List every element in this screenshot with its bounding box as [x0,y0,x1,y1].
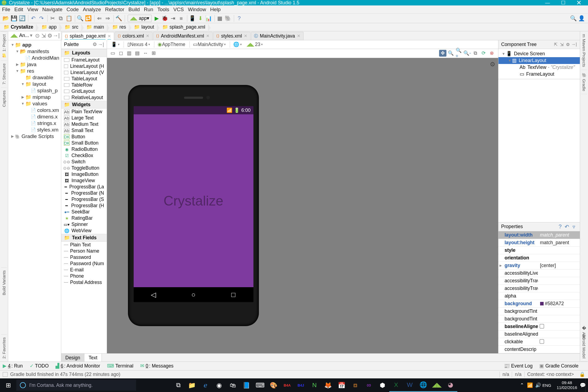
gear-icon[interactable]: ⚙ [92,42,98,47]
editor-tab[interactable]: ⟨⟩styles.xml✕ [213,32,250,40]
right-tab-android-model[interactable]: �安Android Model [581,323,587,362]
visual-studio-icon[interactable]: ∞ [362,378,376,392]
palette-item[interactable]: AbPlain TextView [61,109,107,115]
project-tree-node[interactable]: ▼📁app [8,42,61,48]
paste-icon[interactable]: 📋 [65,14,73,22]
left-tab-2-favorites[interactable]: 2: Favorites [1,334,7,361]
scroll-to-source-icon[interactable]: ⊙ [35,32,41,39]
app-preview-body[interactable]: Crystalize [134,114,253,287]
project-tree-node[interactable]: 📄splash_p [8,87,61,94]
run-button-icon[interactable] [153,14,161,22]
user-icon[interactable]: 👤 [578,14,586,22]
project-tree-node[interactable]: ▼📁res [8,68,61,74]
window-maximize-button[interactable]: ☐ [555,0,571,5]
android-studio-icon[interactable]: ◢◣ [430,378,444,392]
menu-vcs[interactable]: VCS [173,7,184,13]
property-row[interactable]: background#582A72 [498,300,580,308]
palette-group-header[interactable]: 📁Text Fields [61,234,107,242]
palette-item[interactable]: ★RatingBar [61,215,107,221]
both-mode-icon[interactable]: ↔ [142,50,149,57]
design-tab-text[interactable]: Text [84,354,102,362]
palette-item[interactable]: LinearLayout (H [61,63,107,69]
locale-selector[interactable]: 🌐▾ [231,41,244,48]
nav-home-icon[interactable]: ○ [190,292,196,298]
gear-icon[interactable]: ⚙ [47,32,53,39]
window-minimize-button[interactable]: — [540,0,556,5]
breadcrumb-item[interactable]: 📁splash_page.xml [160,24,208,30]
palette-item[interactable]: FrameLayout [61,57,107,63]
constraints-icon[interactable]: ⊞ [150,50,158,57]
menu-navigate[interactable]: Navigate [42,7,62,13]
menu-build[interactable]: Build [128,7,140,13]
component-tree-node[interactable]: ▼📱Device Screen [498,50,580,57]
device-screen[interactable]: 📶 🔋 6:00 Crystalize ◁ ○ □ [134,106,253,302]
preview-options-icon[interactable]: ⊗ [488,50,496,57]
menu-window[interactable]: Window [188,7,206,13]
property-row[interactable]: clickable [498,338,580,346]
project-tree-node[interactable]: ▶📁mipmap [8,94,61,100]
editor-tab[interactable]: ⟨⟩AndroidManifest.xml✕ [153,32,213,40]
file-explorer-icon[interactable]: 📁 [185,378,199,392]
property-row[interactable]: accessibilityTrav [498,285,580,292]
menu-tools[interactable]: Tools [157,7,169,13]
steam-icon[interactable]: ◉ [212,378,226,392]
property-row[interactable]: ▶gravity[center] [498,262,580,270]
close-icon[interactable]: ✕ [146,33,149,38]
property-row[interactable]: baselineAligned [498,330,580,338]
back-icon[interactable]: ⇐ [96,14,103,22]
menu-file[interactable]: File [2,7,10,13]
property-row[interactable]: baselineAligne [498,323,580,330]
palette-item[interactable]: 🌐WebView [61,228,107,234]
breadcrumb-item[interactable]: 📁main [84,24,107,30]
project-tree-node[interactable]: 📄dimens.x [8,114,61,120]
menu-view[interactable]: View [27,7,38,13]
palette-item[interactable]: Postal Address [61,279,107,286]
make-icon[interactable]: 🔨 [115,14,123,22]
run-configuration-selector[interactable]: ◢◣ app [128,15,152,22]
property-row[interactable]: style [498,247,580,254]
replace-icon[interactable]: 🔁 [85,14,92,22]
bottom-tab-messages[interactable]: ✉0: Messages [140,363,173,369]
palette-item[interactable]: ◉RadioButton [61,146,107,152]
debug-button-icon[interactable]: 🐞 [161,14,169,22]
right-tab-gradle[interactable]: 🐘Gradle [581,70,587,94]
palette-group-header[interactable]: 📁Widgets [61,101,107,109]
palette-item[interactable]: AbMedium Text [61,121,107,127]
palette-group-header[interactable]: 📁Layouts [61,49,107,57]
sync-gradle-icon[interactable]: 🐘 [224,14,232,22]
bottom-tab-todo[interactable]: ✓TODO [30,363,49,369]
menu-run[interactable]: Run [144,7,153,13]
component-tree[interactable]: ▼📱Device Screen▼▥LinearLayoutAbTextView-… [498,49,580,79]
property-row[interactable]: accessibilityTrav [498,277,580,285]
property-row[interactable]: orientation [498,254,580,262]
design-tab-design[interactable]: Design [61,354,84,362]
collapse-all-icon[interactable]: ⇲ [559,42,565,47]
paint-icon[interactable]: 🎨 [267,378,280,392]
tool-window-toggle-icon[interactable] [3,372,8,377]
undo-icon[interactable]: ↶ [30,14,37,22]
show-desktop-button[interactable] [585,378,588,392]
gimp-icon[interactable]: 🦊 [321,378,335,392]
close-icon[interactable]: ✕ [297,33,301,38]
project-structure-icon[interactable]: ▦ [216,14,224,22]
editor-tab[interactable]: ⟨⟩colors.xml✕ [115,32,152,40]
palette-item[interactable]: 🖼ImageView [61,177,107,184]
palette-item[interactable]: Plain Text [61,242,107,248]
project-tree-node[interactable]: ▶📁java [8,61,61,68]
palette-item[interactable]: E-mail [61,267,107,273]
palette-item[interactable]: ⊙⊖ToggleButton [61,165,107,171]
expand-all-icon[interactable]: ⇱ [553,42,559,47]
breadcrumb-item[interactable]: 📁app [39,24,59,30]
edge-icon[interactable]: ℯ [199,378,212,392]
component-tree-node[interactable]: AbTextView- "Crystalize" [498,64,580,71]
lock-icon[interactable]: 🔒 [579,372,585,377]
breadcrumb-item[interactable]: 📁res [110,24,129,30]
word-icon[interactable]: W [403,378,416,392]
properties-grid[interactable]: layout:widthmatch_parentlayout:heightmat… [498,231,580,353]
unity-icon[interactable]: ⬢ [376,378,389,392]
keyboard-icon[interactable]: ⌨ [253,378,267,392]
palette-item[interactable]: GridLayout [61,88,107,94]
palette-item[interactable]: ━ProgressBar (H [61,203,107,209]
gear-icon[interactable]: ⚙ [565,42,571,47]
tray-up-icon[interactable]: ⌃ [518,382,526,388]
